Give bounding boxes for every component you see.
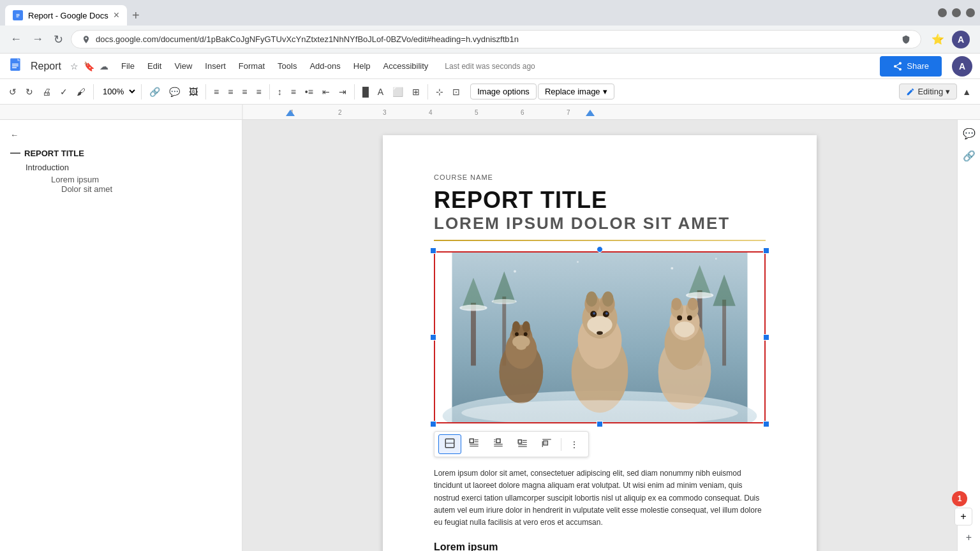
bookmark-btn[interactable]: 🔖 <box>82 60 96 73</box>
menu-tools[interactable]: Tools <box>271 57 303 75</box>
sidebar-dolor-sit-amet-item[interactable]: Dolor sit amet <box>51 184 191 194</box>
cloud-btn[interactable]: ☁ <box>98 60 110 73</box>
undo-btn[interactable]: ↺ <box>5 84 20 99</box>
img-front-text-btn[interactable] <box>535 434 558 454</box>
img-handle-left-center[interactable] <box>430 334 436 341</box>
menu-format[interactable]: Format <box>232 57 271 75</box>
img-handle-top-left[interactable] <box>430 247 436 254</box>
replace-image-btn[interactable]: Replace image ▾ <box>538 84 614 99</box>
img-more-options-btn[interactable]: ⋮ <box>564 436 584 453</box>
restore-btn[interactable] <box>952 8 961 17</box>
notification-badge: 1 <box>952 491 967 506</box>
image-btn[interactable]: 🖼 <box>185 84 202 99</box>
increase-indent-btn[interactable]: ⇥ <box>335 84 350 99</box>
toolbar-collapse-btn[interactable]: ▲ <box>958 84 975 99</box>
svg-text:5: 5 <box>475 109 479 116</box>
doc-image-container[interactable] <box>434 251 766 423</box>
minimize-btn[interactable] <box>938 8 947 17</box>
link-btn[interactable]: 🔗 <box>145 84 164 99</box>
docs-user-avatar[interactable]: A <box>952 56 972 77</box>
line-spacing-btn[interactable]: ↕ <box>274 84 286 99</box>
comment-btn[interactable]: 💬 <box>165 84 184 99</box>
wolf-image[interactable] <box>434 251 766 423</box>
img-handle-bottom-left[interactable] <box>430 421 436 427</box>
align-left-btn[interactable]: ≡ <box>210 84 223 99</box>
img-wrap-text-btn[interactable] <box>463 434 486 454</box>
menu-file[interactable]: File <box>115 57 141 75</box>
address-bar-row: ← → ↻ docs.google.com/document/d/1pBakCo… <box>0 26 980 54</box>
paint-format-btn[interactable]: 🖌 <box>73 84 89 99</box>
doc-area[interactable]: COURSE NAME REPORT TITLE LOREM IPSUM DOL… <box>242 120 957 551</box>
share-btn[interactable]: Share <box>880 56 942 77</box>
wrap-btn[interactable]: ⊡ <box>449 84 464 99</box>
close-btn[interactable] <box>966 8 975 17</box>
sidebar-report-section: — REPORT TITLE Introduction Lorem ipsum … <box>0 145 242 200</box>
add-section-btn[interactable]: + <box>954 508 972 525</box>
right-panel-add-btn[interactable]: + <box>963 529 974 546</box>
main-layout: ← — REPORT TITLE Introduction Lorem ipsu… <box>0 120 980 551</box>
doc-divider <box>434 240 766 241</box>
sidebar-intro-item[interactable]: Introduction <box>26 161 216 173</box>
img-handle-right-center[interactable] <box>763 334 769 341</box>
img-wrap-inline-btn[interactable] <box>438 434 461 454</box>
right-panel-comments-btn[interactable]: 💬 <box>960 125 978 142</box>
sidebar-back-btn[interactable]: ← <box>0 128 242 145</box>
refresh-btn[interactable]: ↻ <box>51 30 66 49</box>
sidebar-lorem-ipsum-item[interactable]: Lorem ipsum <box>51 175 191 184</box>
menu-accessibility[interactable]: Accessibility <box>377 57 435 75</box>
docs-title[interactable]: Report <box>31 61 61 72</box>
img-handle-bottom-right[interactable] <box>763 421 769 427</box>
decrease-indent-btn[interactable]: ⇤ <box>318 84 334 99</box>
img-handle-top-center[interactable] <box>597 246 603 253</box>
highlight-btn[interactable]: A <box>374 84 387 99</box>
editing-mode-btn[interactable]: Editing ▾ <box>899 84 957 99</box>
doc-course-name: COURSE NAME <box>434 173 766 181</box>
menu-view[interactable]: View <box>168 57 198 75</box>
menu-insert[interactable]: Insert <box>198 57 232 75</box>
svg-point-69 <box>514 270 516 273</box>
img-toolbar: ⋮ <box>434 431 589 457</box>
menu-help[interactable]: Help <box>347 57 377 75</box>
url-text: docs.google.com/document/d/1pBakCoJgNFyG… <box>96 34 896 44</box>
menu-addons[interactable]: Add-ons <box>303 57 346 75</box>
sidebar-lorem-ipsum-section: Lorem ipsum Dolor sit amet <box>26 173 216 195</box>
new-tab-btn[interactable]: + <box>127 6 145 26</box>
menu-edit[interactable]: Edit <box>141 57 168 75</box>
forward-btn[interactable]: → <box>29 30 46 48</box>
bullet-btn[interactable]: •≡ <box>301 84 317 99</box>
image-options-btn[interactable]: Image options <box>470 84 537 99</box>
align-center-btn[interactable]: ≡ <box>224 84 237 99</box>
profile-btn[interactable]: A <box>949 28 972 51</box>
align-justify-btn[interactable]: ≡ <box>253 84 265 99</box>
svg-text:4: 4 <box>429 109 433 116</box>
svg-rect-85 <box>518 440 521 443</box>
list-btn[interactable]: ≡ <box>287 84 300 99</box>
img-handle-top-right[interactable] <box>763 247 769 254</box>
svg-rect-7 <box>12 65 19 66</box>
crop-btn[interactable]: ⊹ <box>432 84 447 99</box>
column-btn[interactable]: ⊞ <box>408 84 424 99</box>
img-handle-bottom-center[interactable] <box>597 421 603 427</box>
right-panel-links-btn[interactable]: 🔗 <box>960 147 978 165</box>
active-tab[interactable]: Report - Google Docs × <box>5 5 127 26</box>
spellcheck-btn[interactable]: ✓ <box>56 84 71 99</box>
img-wrap-tight-btn[interactable] <box>511 434 534 454</box>
img-break-text-btn[interactable] <box>487 434 510 454</box>
redo-btn[interactable]: ↻ <box>22 84 37 99</box>
zoom-select[interactable]: 100% <box>98 85 137 98</box>
border-btn[interactable]: ⬜ <box>389 84 407 99</box>
svg-rect-3 <box>17 17 19 17</box>
tab-close-btn[interactable]: × <box>114 10 119 21</box>
sidebar-report-heading[interactable]: — REPORT TITLE <box>10 147 232 159</box>
address-field[interactable]: docs.google.com/document/d/1pBakCoJgNFyG… <box>71 30 921 48</box>
print-btn[interactable]: 🖨 <box>38 84 55 99</box>
extensions-btn[interactable]: ⭐ <box>929 31 947 48</box>
svg-point-49 <box>602 291 614 307</box>
docs-logo <box>8 57 26 75</box>
back-btn[interactable]: ← <box>8 30 24 48</box>
color-block-btn[interactable]: █ <box>359 84 373 99</box>
align-right-btn[interactable]: ≡ <box>238 84 251 99</box>
share-label: Share <box>907 61 929 71</box>
star-btn[interactable]: ☆ <box>69 60 80 73</box>
svg-point-62 <box>671 298 681 311</box>
